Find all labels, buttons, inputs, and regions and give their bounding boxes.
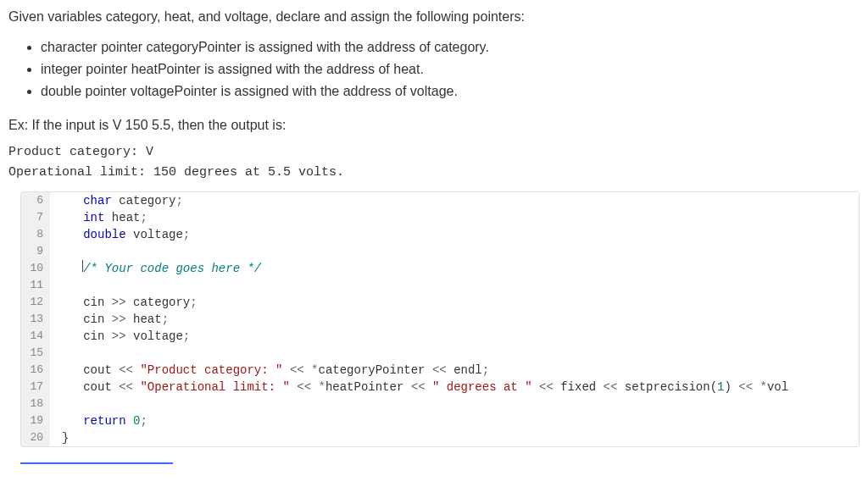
code-token: cin — [62, 296, 112, 309]
code-text[interactable]: int heat; — [50, 209, 859, 226]
code-token: endl — [447, 363, 482, 377]
code-token: fixed — [554, 380, 604, 394]
line-number: 7 — [21, 209, 50, 226]
code-token — [282, 363, 289, 377]
code-token: voltage — [126, 228, 183, 241]
line-number: 17 — [21, 379, 50, 396]
code-token: ; — [175, 194, 182, 208]
code-token: double — [83, 228, 125, 241]
code-text[interactable] — [50, 243, 859, 260]
code-token: voltage — [126, 329, 183, 343]
code-line[interactable]: 16 cout << "Product category: " << *cate… — [21, 362, 859, 379]
code-token: ; — [162, 313, 169, 326]
code-line[interactable]: 17 cout << "Operational limit: " << *hea… — [21, 379, 859, 396]
code-token: >> — [112, 313, 126, 326]
code-line[interactable]: 12 cin >> category; — [21, 294, 859, 311]
code-token: cin — [62, 329, 112, 343]
code-text[interactable]: return 0; — [50, 412, 859, 429]
code-token: << — [290, 363, 304, 377]
code-line[interactable]: 14 cin >> voltage; — [21, 328, 859, 345]
code-text[interactable] — [50, 277, 859, 294]
code-token: "Operational limit: " — [140, 380, 289, 394]
line-number: 15 — [21, 345, 50, 362]
code-text[interactable]: cin >> heat; — [50, 311, 859, 328]
code-text[interactable]: cin >> category; — [50, 294, 859, 311]
code-token: cout — [62, 380, 119, 394]
code-token: << — [738, 380, 753, 394]
code-line[interactable]: 8 double voltage; — [21, 226, 859, 243]
line-number: 10 — [21, 260, 50, 277]
code-token: heat — [126, 313, 162, 326]
code-token: << — [119, 380, 133, 394]
code-token: categoryPointer — [319, 363, 432, 377]
code-token: } — [62, 431, 69, 445]
code-token: ; — [140, 414, 147, 428]
line-number: 20 — [21, 429, 50, 446]
line-number: 19 — [21, 412, 50, 429]
code-text[interactable]: cout << "Operational limit: " << *heatPo… — [50, 379, 859, 396]
code-token: * — [760, 380, 766, 394]
code-token — [532, 380, 539, 394]
line-number: 14 — [21, 328, 50, 345]
code-token: int — [83, 211, 104, 224]
list-item: integer pointer heatPointer is assigned … — [41, 59, 860, 80]
line-number: 13 — [21, 311, 50, 328]
code-token — [62, 414, 83, 428]
code-token — [62, 262, 83, 275]
code-line[interactable]: 11 — [21, 277, 859, 294]
code-line[interactable]: 13 cin >> heat; — [21, 311, 859, 328]
code-token: << — [604, 380, 618, 394]
code-text[interactable]: } — [50, 429, 859, 446]
requirements-list: character pointer categoryPointer is ass… — [8, 37, 860, 102]
code-line[interactable]: 7 int heat; — [21, 209, 859, 226]
code-line[interactable]: 18 — [21, 396, 859, 412]
code-text[interactable]: /* Your code goes here */ — [50, 260, 859, 277]
code-token — [62, 228, 83, 241]
code-token: << — [119, 363, 133, 377]
code-token: << — [297, 380, 311, 394]
list-item: character pointer categoryPointer is ass… — [41, 37, 860, 58]
code-line[interactable]: 10 /* Your code goes here */ — [21, 260, 859, 277]
code-text[interactable]: cin >> voltage; — [50, 328, 859, 345]
problem-intro: Given variables category, heat, and volt… — [8, 7, 860, 27]
output-line-1: Product category: V — [8, 145, 153, 159]
code-token: return — [83, 414, 125, 428]
code-token: * — [311, 363, 318, 377]
code-line[interactable]: 20} — [21, 429, 859, 446]
code-text[interactable] — [50, 396, 859, 412]
code-line[interactable]: 6 char category; — [21, 192, 859, 209]
line-number: 12 — [21, 294, 50, 311]
output-line-2: Operational limit: 150 degrees at 5.5 vo… — [8, 165, 344, 180]
code-token — [304, 363, 311, 377]
line-number: 9 — [21, 243, 50, 260]
code-line[interactable]: 19 return 0; — [21, 412, 859, 429]
code-token: >> — [112, 296, 126, 309]
code-token: heatPointer — [326, 380, 411, 394]
code-token: << — [432, 363, 447, 377]
code-token: char — [83, 194, 112, 208]
line-number: 11 — [21, 277, 50, 294]
code-token: category — [126, 296, 191, 309]
code-token: cin — [62, 313, 112, 326]
code-token: >> — [112, 329, 126, 343]
code-token: category — [112, 194, 176, 208]
code-token: " degrees at " — [432, 380, 532, 394]
line-number: 16 — [21, 362, 50, 379]
line-number: 8 — [21, 226, 50, 243]
code-token: ; — [140, 211, 147, 224]
code-text[interactable]: cout << "Product category: " << *categor… — [50, 362, 859, 379]
code-token: /* Your code goes here */ — [83, 262, 261, 275]
code-editor[interactable]: 6 char category;7 int heat;8 double volt… — [20, 191, 860, 447]
code-text[interactable] — [50, 345, 859, 362]
code-token — [311, 380, 318, 394]
list-item: double pointer voltagePointer is assigne… — [41, 81, 860, 102]
code-text[interactable]: char category; — [50, 192, 859, 209]
code-token: << — [539, 380, 554, 394]
code-token — [62, 194, 83, 208]
code-line[interactable]: 15 — [21, 345, 859, 362]
code-line[interactable]: 9 — [21, 243, 859, 260]
code-token: ; — [482, 363, 489, 377]
code-text[interactable]: double voltage; — [50, 226, 859, 243]
expected-output: Product category: V Operational limit: 1… — [8, 142, 860, 183]
code-token: vol — [767, 380, 788, 394]
